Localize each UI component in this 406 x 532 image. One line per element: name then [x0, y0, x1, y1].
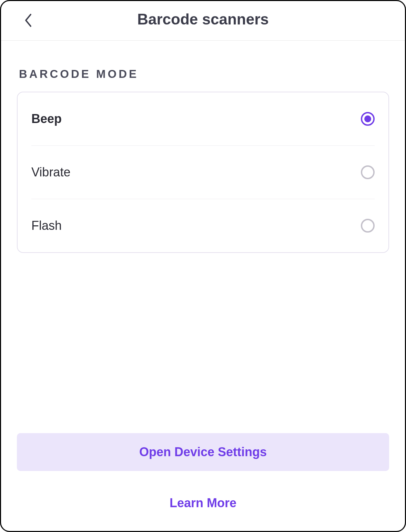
- option-label: Flash: [31, 218, 62, 233]
- option-label: Beep: [31, 112, 62, 126]
- screen-container: Barcode scanners BARCODE MODE Beep Vibra…: [0, 0, 406, 532]
- open-device-settings-button[interactable]: Open Device Settings: [17, 433, 389, 471]
- option-vibrate[interactable]: Vibrate: [31, 146, 375, 199]
- radio-selected-icon: [361, 112, 375, 126]
- barcode-mode-options: Beep Vibrate Flash: [17, 92, 389, 253]
- option-label: Vibrate: [31, 165, 70, 180]
- radio-unselected-icon: [361, 219, 375, 233]
- chevron-left-icon: [24, 13, 32, 28]
- section-label: BARCODE MODE: [19, 68, 389, 81]
- learn-more-link[interactable]: Learn More: [170, 496, 236, 510]
- header: Barcode scanners: [1, 1, 405, 41]
- option-flash[interactable]: Flash: [31, 199, 375, 252]
- page-title: Barcode scanners: [15, 11, 391, 28]
- option-beep[interactable]: Beep: [31, 92, 375, 146]
- footer: Open Device Settings Learn More: [1, 433, 405, 531]
- radio-unselected-icon: [361, 165, 375, 179]
- back-button[interactable]: [20, 12, 36, 29]
- content: BARCODE MODE Beep Vibrate Flash: [1, 41, 405, 433]
